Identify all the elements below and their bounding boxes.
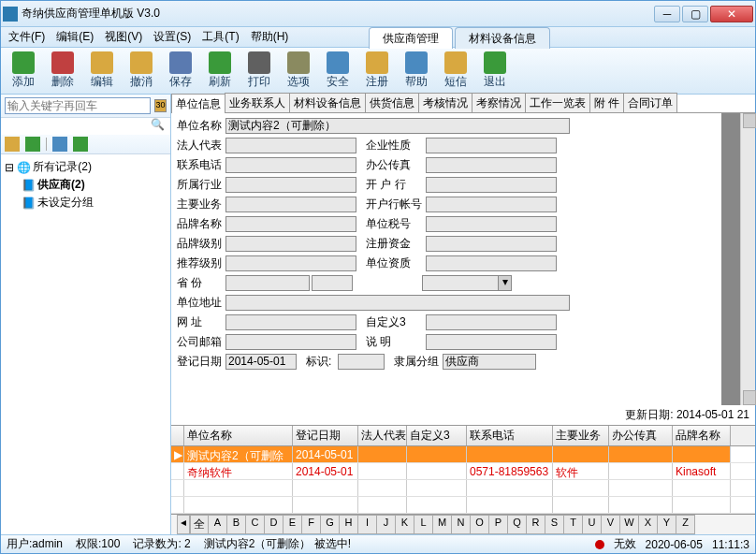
alpha-N[interactable]: N [452,515,471,534]
field-website[interactable] [225,314,356,330]
magnifier-icon[interactable]: 🔍 [151,118,165,131]
field-business[interactable] [225,197,356,212]
col-header[interactable]: 主要业务 [553,426,609,445]
menu-file[interactable]: 文件(F) [5,27,49,47]
refresh2-icon[interactable] [73,137,88,152]
tool-save[interactable]: 保存 [166,51,196,90]
field-reg-date[interactable] [225,354,297,370]
alpha-X[interactable]: X [639,515,658,534]
tool-add[interactable]: 添加 [8,51,38,90]
alpha-K[interactable]: K [396,515,414,534]
field-province[interactable] [225,275,310,291]
field-bank[interactable] [426,177,557,193]
field-capital[interactable] [426,236,557,252]
subtab-6[interactable]: 工作一览表 [525,93,590,112]
field-flag[interactable] [338,354,385,370]
tool-undo[interactable]: 撤消 [126,51,156,90]
minimize-button[interactable]: ─ [654,6,680,22]
alpha-Y[interactable]: Y [658,515,676,534]
menu-edit[interactable]: 编辑(E) [52,27,97,47]
subtab-3[interactable]: 供货信息 [365,93,419,112]
alpha-L[interactable]: L [414,515,433,534]
tool-edit[interactable]: 编辑 [87,51,117,90]
calendar-icon[interactable]: 30 [154,99,167,112]
splitter[interactable] [721,113,740,405]
alpha-V[interactable]: V [602,515,620,534]
alpha-left[interactable]: ◂ [177,515,190,534]
field-bank-acct[interactable] [426,197,557,212]
close-button[interactable]: ✕ [710,6,753,22]
tree-root[interactable]: ⊟ 🌐 所有记录(2) [3,158,168,176]
alpha-O[interactable]: O [471,515,489,534]
field-group[interactable] [443,354,536,370]
menu-view[interactable]: 视图(V) [101,27,146,47]
alpha-B[interactable]: B [227,515,246,534]
alpha-W[interactable]: W [620,515,639,534]
vscrollbar[interactable] [740,113,755,405]
tool-exit[interactable]: 退出 [480,51,510,90]
field-enterprise-type[interactable] [426,138,557,153]
subtab-4[interactable]: 考核情况 [418,93,472,112]
refresh-icon[interactable] [52,137,67,152]
tool-icon-2[interactable] [25,137,40,152]
field-rec-level[interactable] [225,255,356,271]
tool-help[interactable]: 帮助 [401,51,431,90]
subtab-1[interactable]: 业务联系人 [225,93,290,112]
field-custom3[interactable] [426,314,557,330]
menu-help[interactable]: 帮助(H) [247,27,293,47]
alpha-all[interactable]: 全 [190,515,209,534]
field-brand-level[interactable] [225,236,356,252]
tool-option[interactable]: 选项 [284,51,313,90]
menu-settings[interactable]: 设置(S) [150,27,195,47]
field-brand[interactable] [225,216,356,232]
tool-sms[interactable]: 短信 [441,51,471,90]
alpha-E[interactable]: E [284,515,302,534]
field-email[interactable] [225,334,356,350]
tree-supplier[interactable]: 📘 供应商(2) [20,176,168,194]
alpha-D[interactable]: D [265,515,284,534]
col-header[interactable]: 法人代表 [358,426,407,445]
tool-print[interactable]: 打印 [244,51,274,90]
field-phone[interactable] [225,157,356,173]
col-header[interactable]: 登记日期 [293,426,358,445]
field-qualification[interactable] [426,255,557,271]
field-industry[interactable] [225,177,356,193]
alpha-Z[interactable]: Z [676,515,695,534]
subtab-7[interactable]: 附 件 [589,93,624,112]
field-fax[interactable] [426,157,557,173]
field-legal-rep[interactable] [225,138,356,153]
alpha-T[interactable]: T [564,515,583,534]
tool-delete[interactable]: 删除 [48,51,78,90]
alpha-U[interactable]: U [583,515,602,534]
alpha-C[interactable]: C [246,515,265,534]
tool-register[interactable]: 注册 [362,51,392,90]
tab-material-info[interactable]: 材料设备信息 [455,27,550,49]
subtab-2[interactable]: 材料设备信息 [289,93,366,112]
field-province2[interactable] [312,275,353,291]
maximize-button[interactable]: ▢ [682,6,708,22]
col-header[interactable]: 品牌名称 [673,426,731,445]
tool-security[interactable]: 安全 [323,51,353,90]
alpha-Q[interactable]: Q [508,515,527,534]
subtab-8[interactable]: 合同订单 [623,93,677,112]
menu-tools[interactable]: 工具(T) [198,27,242,47]
field-tax-id[interactable] [426,216,557,232]
subtab-0[interactable]: 单位信息 [171,94,225,113]
col-header[interactable]: 自定义3 [407,426,467,445]
table-row[interactable]: ▶测试内容2（可删除2014-05-01 [171,446,755,463]
alpha-G[interactable]: G [321,515,340,534]
field-unit-name[interactable] [225,118,570,134]
alpha-J[interactable]: J [377,515,396,534]
field-combo[interactable]: ▾ [422,275,512,291]
alpha-R[interactable]: R [527,515,545,534]
alpha-A[interactable]: A [209,515,227,534]
subtab-5[interactable]: 考察情况 [472,93,526,112]
field-desc[interactable] [426,334,557,350]
col-header[interactable]: 单位名称 [184,426,293,445]
col-header[interactable]: 联系电话 [467,426,553,445]
alpha-F[interactable]: F [302,515,321,534]
tool-refresh[interactable]: 刷新 [205,51,235,90]
col-header[interactable]: 办公传真 [609,426,673,445]
tool-icon-1[interactable] [5,137,20,152]
field-address[interactable] [225,295,570,311]
